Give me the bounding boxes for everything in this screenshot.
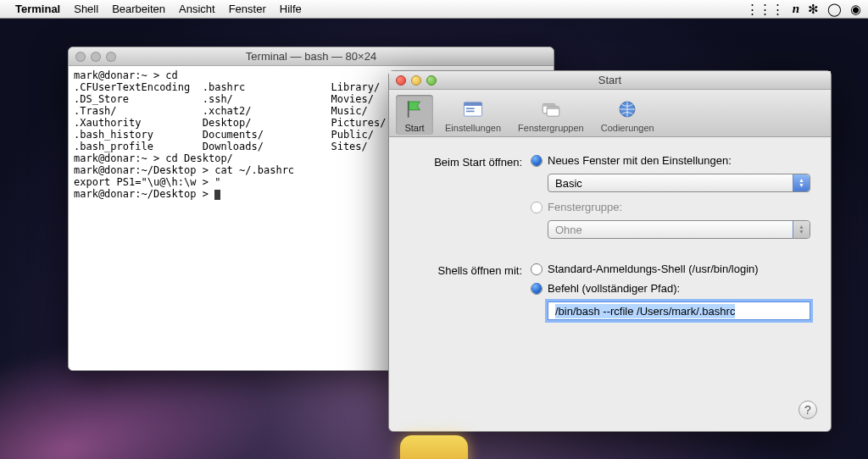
- globe-icon: [614, 97, 641, 121]
- terminal-cursor: [214, 190, 220, 200]
- command-path-value: /bin/bash --rcfile /Users/mark/.bashrc: [555, 304, 735, 318]
- radio-login-shell[interactable]: [531, 263, 542, 275]
- popup-arrows-icon: ▲▼: [793, 221, 810, 238]
- terminal-text: mark@donar:~ > cd .CFUserTextEncoding .b…: [74, 69, 386, 200]
- menu-extra-icon[interactable]: n: [793, 2, 799, 16]
- settings-popup-value: Basic: [555, 177, 582, 190]
- menubar: Terminal Shell Bearbeiten Ansicht Fenste…: [0, 0, 868, 19]
- radio-command[interactable]: [531, 283, 542, 295]
- radio-new-window-line[interactable]: Neues Fenster mit den Einstellungen:: [531, 154, 810, 167]
- menu-extras: ⋮⋮⋮ n ✻ ◯ ◉: [746, 2, 861, 17]
- radio-login-shell-label: Standard-Anmeldungs-Shell (/usr/bin/logi…: [548, 263, 759, 275]
- command-path-field[interactable]: /bin/bash --rcfile /Users/mark/.bashrc: [548, 301, 810, 320]
- toolbar-einstellungen[interactable]: Einstellungen: [440, 95, 506, 135]
- toolbar-label: Start: [404, 123, 424, 133]
- svg-rect-6: [542, 104, 555, 107]
- radio-fenstergruppe-label: Fenstergruppe:: [548, 201, 622, 213]
- popup-arrows-icon: ▲▼: [793, 174, 810, 191]
- terminal-title: Terminal — bash — 80×24: [69, 50, 554, 63]
- settings-popup[interactable]: Basic ▲▼: [548, 174, 810, 192]
- prefs-toolbar: Start Einstellungen Fenstergruppen Codie…: [389, 90, 831, 137]
- group-popup-value: Ohne: [555, 224, 582, 236]
- start-open-label: Beim Start öffnen:: [409, 154, 531, 169]
- svg-rect-4: [466, 111, 475, 113]
- settings-window-icon: [459, 97, 487, 121]
- menu-view[interactable]: Ansicht: [179, 3, 215, 15]
- toolbar-label: Einstellungen: [445, 123, 501, 133]
- prefs-body: Beim Start öffnen: Neues Fenster mit den…: [389, 137, 831, 361]
- menu-window[interactable]: Fenster: [229, 3, 266, 15]
- help-button[interactable]: ?: [798, 401, 817, 419]
- group-popup: Ohne ▲▼: [548, 220, 810, 239]
- prefs-titlebar[interactable]: Start: [389, 71, 831, 90]
- menu-extra-icon[interactable]: ✻: [808, 2, 819, 17]
- svg-rect-2: [464, 102, 481, 106]
- toolbar-codierungen[interactable]: Codierungen: [596, 95, 659, 135]
- radio-command-line[interactable]: Befehl (vollständiger Pfad):: [531, 282, 810, 295]
- toolbar-fenstergruppen[interactable]: Fenstergruppen: [513, 95, 589, 135]
- prefs-title: Start: [389, 74, 831, 86]
- radio-fenstergruppe-line: Fenstergruppe:: [531, 201, 810, 213]
- menu-edit[interactable]: Bearbeiten: [112, 3, 165, 15]
- dock-item[interactable]: [400, 435, 468, 459]
- radio-login-shell-line[interactable]: Standard-Anmeldungs-Shell (/usr/bin/logi…: [531, 263, 810, 275]
- radio-new-window[interactable]: [531, 155, 542, 167]
- preferences-window: Start Start Einstellungen Fenstergruppen…: [388, 70, 832, 432]
- menu-extra-icon[interactable]: ⋮⋮⋮: [746, 2, 784, 17]
- menu-extra-icon[interactable]: ◉: [850, 2, 861, 17]
- radio-new-window-label: Neues Fenster mit den Einstellungen:: [548, 154, 732, 167]
- toolbar-label: Codierungen: [601, 123, 654, 133]
- menu-help[interactable]: Hilfe: [280, 3, 302, 15]
- terminal-titlebar[interactable]: Terminal — bash — 80×24: [69, 47, 554, 66]
- svg-rect-8: [547, 107, 559, 109]
- menu-app[interactable]: Terminal: [15, 3, 60, 15]
- toolbar-start[interactable]: Start: [396, 95, 433, 135]
- flag-icon: [401, 97, 428, 121]
- window-groups-icon: [537, 97, 565, 121]
- menu-extra-icon[interactable]: ◯: [827, 2, 842, 17]
- toolbar-label: Fenstergruppen: [518, 123, 584, 133]
- radio-fenstergruppe: [531, 202, 542, 213]
- shells-open-label: Shells öffnen mit:: [409, 263, 531, 277]
- svg-rect-3: [466, 108, 475, 109]
- menu-shell[interactable]: Shell: [74, 3, 98, 15]
- radio-command-label: Befehl (vollständiger Pfad):: [548, 282, 680, 295]
